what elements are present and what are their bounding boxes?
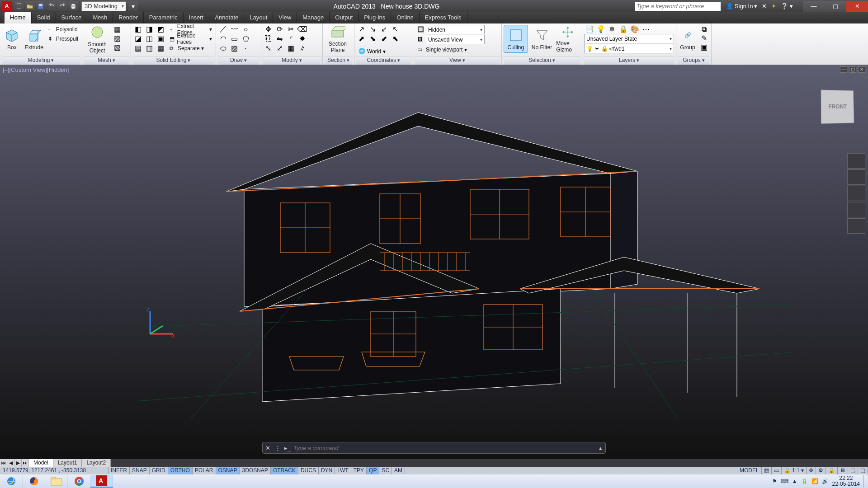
cmdline-handle-icon[interactable]: ⋮ [273, 445, 283, 451]
tray-flag-icon[interactable]: ⚑ [772, 478, 777, 484]
section-plane-button[interactable]: Section Plane [325, 25, 351, 53]
help-icon[interactable]: ❔ ▾ [781, 3, 793, 9]
tray-network-icon[interactable]: 📶 [811, 478, 818, 484]
nav-wheel-icon[interactable] [847, 153, 865, 169]
status-tpy[interactable]: TPY [351, 467, 367, 474]
qat-more-icon[interactable]: ▾ [128, 1, 138, 11]
sb-hw-icon[interactable]: 🖥 [838, 467, 848, 474]
status-am[interactable]: AM [392, 467, 405, 474]
sb-iso-icon[interactable]: ⬚ [848, 467, 858, 474]
nav-orbit-icon[interactable] [847, 202, 865, 217]
command-line[interactable]: ✕ ⋮ ▸_ ▴ [262, 442, 606, 454]
ucs-7-icon[interactable]: ⬋ [379, 34, 389, 43]
draw-arc-icon[interactable]: ◠ [218, 34, 228, 43]
panel-solidedit[interactable]: Solid Editing [133, 56, 214, 65]
layer-select[interactable]: 💡 ☀ 🔓 ▫ rfwd1 [584, 44, 674, 53]
layer-lock-icon[interactable]: 🔒 [618, 25, 628, 33]
panel-groups[interactable]: Groups [678, 56, 709, 65]
workspace-selector[interactable]: 3D Modeling [81, 1, 126, 11]
nav-showmotion-icon[interactable] [847, 218, 865, 234]
viewport-config-button[interactable]: ▭Single viewport ▾ [415, 45, 500, 54]
taskbar-autocad-icon[interactable]: A [90, 475, 113, 488]
drawing-viewport[interactable]: [–][Custom View][Hidden] — ▢ ✕ FRONT [0, 65, 868, 459]
qat-redo-icon[interactable] [57, 1, 67, 11]
close-button[interactable]: ✕ [846, 1, 868, 12]
group-button[interactable]: 🔗Group [678, 25, 697, 53]
panel-draw[interactable]: Draw [218, 56, 259, 65]
vp-min-icon[interactable]: — [840, 66, 847, 73]
qat-print-icon[interactable] [68, 1, 78, 11]
ucs-8-icon[interactable]: ⬉ [390, 34, 401, 43]
smooth-object-button[interactable]: Smooth Object [84, 25, 110, 53]
layout-first-icon[interactable]: ⏮ [0, 459, 7, 467]
sb-grid-icon[interactable]: ▦ [762, 467, 772, 474]
layout-last-icon[interactable]: ⏭ [22, 459, 29, 467]
visualstyle-select[interactable]: 🔲Hidden [415, 25, 500, 34]
tab-plug-ins[interactable]: Plug-ins [359, 12, 391, 23]
se-icon-6[interactable]: ▣ [156, 34, 166, 43]
sb-ws-icon[interactable]: ⚙ [816, 467, 826, 474]
movegizmo-button[interactable]: Move Gizmo [556, 25, 580, 53]
draw-ellipse-icon[interactable]: ⬭ [218, 44, 228, 52]
ucs-6-icon[interactable]: ⬊ [368, 34, 378, 43]
layout-tab-model[interactable]: Model [29, 459, 53, 467]
layout-tab-layout1[interactable]: Layout1 [53, 459, 82, 467]
layer-prop-icon[interactable]: 📑 [584, 25, 594, 33]
mod-trim-icon[interactable]: ✂ [286, 25, 296, 33]
tab-solid[interactable]: Solid [32, 12, 56, 23]
status-osnap[interactable]: OSNAP [216, 467, 240, 474]
layout-next-icon[interactable]: ▶ [14, 459, 22, 467]
qat-new-icon[interactable] [14, 1, 24, 11]
mod-array-icon[interactable]: ▦ [286, 44, 296, 52]
status-sc[interactable]: SC [379, 467, 392, 474]
tab-express-tools[interactable]: Express Tools [420, 12, 467, 23]
status-3dosnap[interactable]: 3DOSNAP [240, 467, 271, 474]
show-desktop-button[interactable] [863, 475, 867, 488]
tab-view[interactable]: View [273, 12, 297, 23]
mesh-more-3-icon[interactable]: ▧ [112, 43, 123, 52]
nofilter-button[interactable]: No Filter [530, 25, 554, 53]
layer-off-icon[interactable]: 💡 [595, 25, 606, 33]
se-icon-1[interactable]: ◧ [133, 25, 143, 33]
draw-poly-icon[interactable]: ⬠ [241, 34, 251, 43]
draw-point-icon[interactable]: · [241, 44, 251, 52]
extrude-button[interactable]: Extrude [24, 25, 44, 53]
sb-ann-icon[interactable]: ✥ [807, 467, 816, 474]
autodesk360-icon[interactable]: ✦ [771, 3, 776, 9]
tab-layout[interactable]: Layout [244, 12, 273, 23]
sb-clean-icon[interactable]: ▢ [858, 467, 868, 474]
mod-mirror-icon[interactable]: ⇋ [274, 34, 285, 43]
layer-color-icon[interactable]: 🎨 [629, 25, 640, 33]
cmdline-expand-icon[interactable]: ▴ [595, 445, 605, 451]
tab-insert[interactable]: Insert [184, 12, 210, 23]
mod-move-icon[interactable]: ✥ [263, 25, 274, 33]
mod-offset-icon[interactable]: ⫽ [297, 44, 307, 52]
panel-mesh[interactable]: Mesh [84, 56, 129, 65]
culling-button[interactable]: Culling [504, 25, 528, 53]
status-dyn[interactable]: DYN [319, 467, 335, 474]
view-select[interactable]: 🖼Unsaved View [415, 35, 500, 44]
status-snap[interactable]: SNAP [130, 467, 150, 474]
viewport-label[interactable]: [–][Custom View][Hidden] [3, 66, 69, 73]
ucs-world-button[interactable]: 🌐World ▾ [356, 47, 411, 56]
draw-line-icon[interactable]: ／ [218, 25, 228, 33]
app-logo[interactable]: A [2, 1, 12, 11]
qat-open-icon[interactable] [25, 1, 35, 11]
vp-close-icon[interactable]: ✕ [858, 66, 865, 73]
sb-scale-button[interactable]: 🔒 1:1 ▾ [782, 467, 807, 474]
mod-explode-icon[interactable]: ✸ [297, 34, 307, 43]
taskbar-firefox-icon[interactable] [23, 475, 45, 488]
exchange-icon[interactable]: ✕ [762, 3, 767, 9]
se-icon-5[interactable]: ◫ [144, 34, 155, 43]
ucs-2-icon[interactable]: ↘ [368, 25, 378, 33]
tab-render[interactable]: Render [113, 12, 144, 23]
status-polar[interactable]: POLAR [193, 467, 216, 474]
tab-parametric[interactable]: Parametric [144, 12, 184, 23]
status-infer[interactable]: INFER [108, 467, 130, 474]
tray-volume-icon[interactable]: 🔊 [822, 478, 829, 484]
layout-tab-layout2[interactable]: Layout2 [82, 459, 111, 467]
se-icon-4[interactable]: ◪ [133, 34, 143, 43]
panel-selection[interactable]: Selection [504, 56, 580, 65]
taskbar-clock[interactable]: 22:2222-05-2014 [832, 475, 860, 487]
taskbar-explorer-icon[interactable] [45, 475, 68, 488]
